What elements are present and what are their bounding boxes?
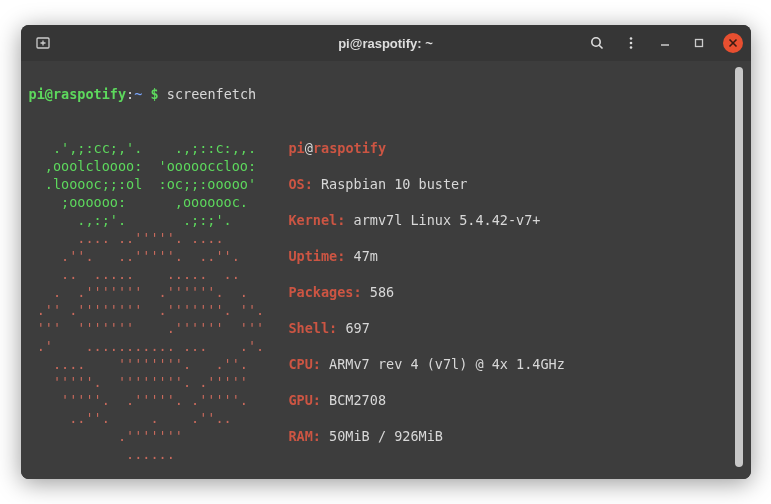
uptime-label: Uptime: bbox=[288, 248, 345, 264]
titlebar: pi@raspotify: ~ bbox=[21, 25, 751, 61]
info-user: pi bbox=[288, 140, 304, 156]
svg-point-5 bbox=[629, 37, 632, 40]
maximize-button[interactable] bbox=[689, 33, 709, 53]
svg-rect-9 bbox=[695, 40, 702, 47]
minimize-icon bbox=[659, 37, 671, 49]
info-host: raspotify bbox=[313, 140, 386, 156]
kernel-label: Kernel: bbox=[288, 212, 345, 228]
system-info: pi@raspotify OS: Raspbian 10 buster Kern… bbox=[288, 121, 564, 463]
kebab-menu-icon bbox=[624, 36, 638, 50]
svg-point-7 bbox=[629, 46, 632, 49]
terminal-body[interactable]: pi@raspotify:~ $ screenfetch .',;:cc;,'.… bbox=[21, 61, 751, 479]
os-value: Raspbian 10 buster bbox=[313, 176, 467, 192]
ascii-art: .',;:cc;,'. .,;::c:,,. ,ooolcloooo: 'ooo… bbox=[29, 121, 281, 463]
scrollbar[interactable] bbox=[735, 67, 743, 467]
svg-point-6 bbox=[629, 42, 632, 45]
command-text: screenfetch bbox=[167, 86, 256, 102]
kernel-value: armv7l Linux 5.4.42-v7+ bbox=[345, 212, 540, 228]
gpu-label: GPU: bbox=[288, 392, 321, 408]
shell-value: 697 bbox=[337, 320, 370, 336]
menu-button[interactable] bbox=[621, 33, 641, 53]
search-button[interactable] bbox=[587, 33, 607, 53]
packages-label: Packages: bbox=[288, 284, 361, 300]
ram-value: 50MiB / 926MiB bbox=[321, 428, 443, 444]
os-label: OS: bbox=[288, 176, 312, 192]
uptime-value: 47m bbox=[345, 248, 378, 264]
minimize-button[interactable] bbox=[655, 33, 675, 53]
cpu-value: ARMv7 rev 4 (v7l) @ 4x 1.4GHz bbox=[321, 356, 565, 372]
prompt-line-1: pi@raspotify:~ $ screenfetch bbox=[29, 85, 731, 103]
svg-line-4 bbox=[599, 45, 602, 48]
svg-point-3 bbox=[591, 38, 599, 46]
gpu-value: BCM2708 bbox=[321, 392, 386, 408]
terminal-window: pi@raspotify: ~ bbox=[21, 25, 751, 479]
close-button[interactable] bbox=[723, 33, 743, 53]
close-icon bbox=[728, 38, 738, 48]
new-tab-icon bbox=[35, 35, 51, 51]
cpu-label: CPU: bbox=[288, 356, 321, 372]
ram-label: RAM: bbox=[288, 428, 321, 444]
shell-label: Shell: bbox=[288, 320, 337, 336]
search-icon bbox=[589, 35, 605, 51]
maximize-icon bbox=[693, 37, 705, 49]
screenfetch-output: .',;:cc;,'. .,;::c:,,. ,ooolcloooo: 'ooo… bbox=[29, 121, 731, 463]
packages-value: 586 bbox=[362, 284, 395, 300]
new-tab-button[interactable] bbox=[29, 29, 57, 57]
